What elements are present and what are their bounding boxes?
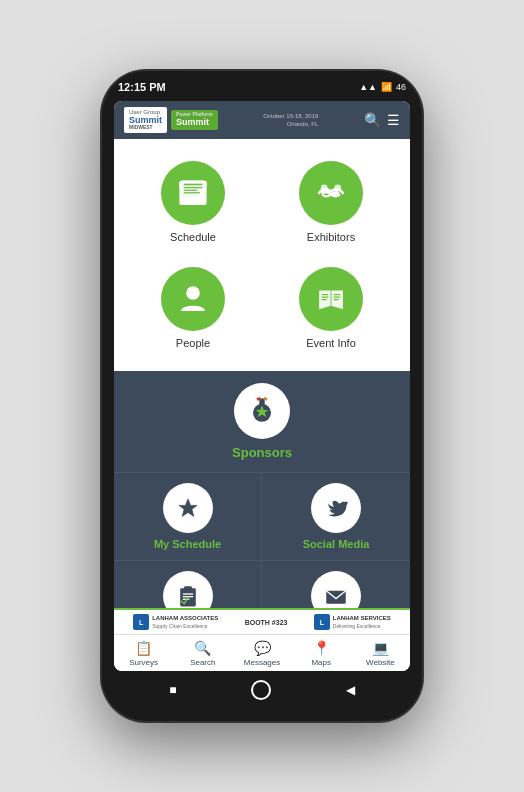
schedule-label: Schedule xyxy=(170,231,216,243)
date-line1: October 15-18, 2019 xyxy=(263,112,318,120)
svg-rect-30 xyxy=(182,593,192,594)
schedule-icon-circle xyxy=(161,161,225,225)
content-scroll[interactable]: Schedule xyxy=(114,139,410,608)
messages-nav-icon: 💬 xyxy=(254,640,271,656)
battery-icon: 46 xyxy=(396,82,406,92)
social-media-tile[interactable]: Social Media xyxy=(262,473,410,560)
svg-rect-16 xyxy=(322,294,329,295)
svg-rect-17 xyxy=(322,296,329,297)
header-date: October 15-18, 2019 Orlando, FL xyxy=(263,112,318,129)
exhibitors-icon xyxy=(314,176,348,210)
social-media-icon xyxy=(323,495,349,521)
banner-logo-icon-2: L xyxy=(314,614,330,630)
nav-search[interactable]: 🔍 Search xyxy=(173,640,232,667)
exhibitors-label: Exhibitors xyxy=(307,231,355,243)
schedule-icon xyxy=(176,176,210,210)
surveys-nav-label: Surveys xyxy=(129,658,158,667)
nav-surveys[interactable]: 📋 Surveys xyxy=(114,640,173,667)
banner-logo-icon-1: L xyxy=(133,614,149,630)
people-tile[interactable]: People xyxy=(124,255,262,361)
event-info-icon-circle xyxy=(299,267,363,331)
exhibitors-icon-circle xyxy=(299,161,363,225)
svg-point-14 xyxy=(186,286,200,300)
back-button[interactable]: ■ xyxy=(169,683,176,697)
logo2-summit: Summit xyxy=(176,118,213,128)
main-icon-grid: Schedule xyxy=(114,139,410,371)
my-schedule-tile[interactable]: My Schedule xyxy=(114,473,262,560)
logo1-sub: MIDWEST xyxy=(129,125,162,131)
header-icons[interactable]: 🔍 ☰ xyxy=(364,112,400,128)
banner-name1: LANHAM ASSOCIATES xyxy=(152,615,218,622)
search-icon[interactable]: 🔍 xyxy=(364,112,381,128)
social-media-icon-circle xyxy=(311,483,361,533)
surveys-tile[interactable] xyxy=(114,561,262,608)
exhibitors-tile[interactable]: Exhibitors xyxy=(262,149,400,255)
dark-grid-row2 xyxy=(114,560,410,608)
home-button[interactable] xyxy=(251,680,271,700)
status-time: 12:15 PM xyxy=(118,81,166,93)
wifi-icon: 📶 xyxy=(381,82,392,92)
maps-nav-label: Maps xyxy=(311,658,331,667)
svg-rect-19 xyxy=(334,294,341,295)
my-schedule-icon xyxy=(175,495,201,521)
phone-bottom-bar: ■ ◀ xyxy=(102,671,422,709)
schedule-tile[interactable]: Schedule xyxy=(124,149,262,255)
search-nav-icon: 🔍 xyxy=(194,640,211,656)
banner-sub2: Delivering Excellence xyxy=(333,623,391,629)
dark-grid-row1: My Schedule Social Media xyxy=(114,472,410,560)
search-nav-label: Search xyxy=(190,658,215,667)
my-schedule-label: My Schedule xyxy=(154,538,221,550)
event-info-icon xyxy=(314,282,348,316)
back-nav-button[interactable]: ◀ xyxy=(346,683,355,697)
people-icon xyxy=(176,282,210,316)
phone-frame: 12:15 PM ▲▲ 📶 46 User Group Summit MIDWE… xyxy=(102,71,422,721)
nav-messages[interactable]: 💬 Messages xyxy=(232,640,291,667)
banner-logo-text-1: LANHAM ASSOCIATES Supply Chain Excellenc… xyxy=(152,615,218,628)
banner-sub1: Supply Chain Excellence xyxy=(152,623,218,629)
app-header: User Group Summit MIDWEST Power Platform… xyxy=(114,101,410,139)
banner-name2: LANHAM SERVICES xyxy=(333,615,391,622)
people-icon-circle xyxy=(161,267,225,331)
sponsors-tile[interactable]: Sponsors xyxy=(114,371,410,472)
website-nav-label: Website xyxy=(366,658,395,667)
svg-rect-7 xyxy=(185,201,200,203)
phone-wrapper: 12:15 PM ▲▲ 📶 46 User Group Summit MIDWE… xyxy=(0,0,524,792)
svg-rect-6 xyxy=(188,199,198,202)
event-info-tile[interactable]: Event Info xyxy=(262,255,400,361)
sponsors-label: Sponsors xyxy=(232,445,292,460)
surveys-icon xyxy=(175,583,201,608)
logo-summit2: Power Platform Summit xyxy=(171,110,218,129)
svg-rect-9 xyxy=(184,187,203,188)
my-schedule-icon-circle xyxy=(163,483,213,533)
sponsor-banner: L LANHAM ASSOCIATES Supply Chain Excelle… xyxy=(114,608,410,634)
notch xyxy=(212,71,312,93)
nav-website[interactable]: 💻 Website xyxy=(351,640,410,667)
status-icons: ▲▲ 📶 46 xyxy=(359,82,406,92)
logo-summit1: User Group Summit MIDWEST xyxy=(124,107,167,133)
nav-maps[interactable]: 📍 Maps xyxy=(292,640,351,667)
svg-rect-21 xyxy=(334,299,339,300)
event-info-label: Event Info xyxy=(306,337,356,349)
banner-logo-2: L LANHAM SERVICES Delivering Excellence xyxy=(314,614,391,630)
mail-icon-circle xyxy=(311,571,361,608)
svg-rect-10 xyxy=(184,190,198,191)
mail-tile[interactable] xyxy=(262,561,410,608)
sponsors-icon xyxy=(244,393,280,429)
bottom-nav: 📋 Surveys 🔍 Search 💬 Messages 📍 Maps 💻 xyxy=(114,634,410,671)
mail-icon xyxy=(323,583,349,608)
svg-rect-20 xyxy=(334,296,341,297)
messages-nav-label: Messages xyxy=(244,658,280,667)
maps-nav-icon: 📍 xyxy=(313,640,330,656)
website-nav-icon: 💻 xyxy=(372,640,389,656)
header-logo: User Group Summit MIDWEST Power Platform… xyxy=(124,107,218,133)
dark-section: Sponsors My Schedule xyxy=(114,371,410,608)
svg-rect-8 xyxy=(184,184,203,186)
svg-marker-27 xyxy=(178,499,196,517)
menu-icon[interactable]: ☰ xyxy=(387,112,400,128)
screen: User Group Summit MIDWEST Power Platform… xyxy=(114,101,410,671)
banner-logo-text-2: LANHAM SERVICES Delivering Excellence xyxy=(333,615,391,628)
svg-rect-18 xyxy=(322,299,327,300)
banner-booth: BOOTH #323 xyxy=(245,619,288,626)
signal-icon: ▲▲ xyxy=(359,82,377,92)
svg-rect-11 xyxy=(184,192,200,193)
